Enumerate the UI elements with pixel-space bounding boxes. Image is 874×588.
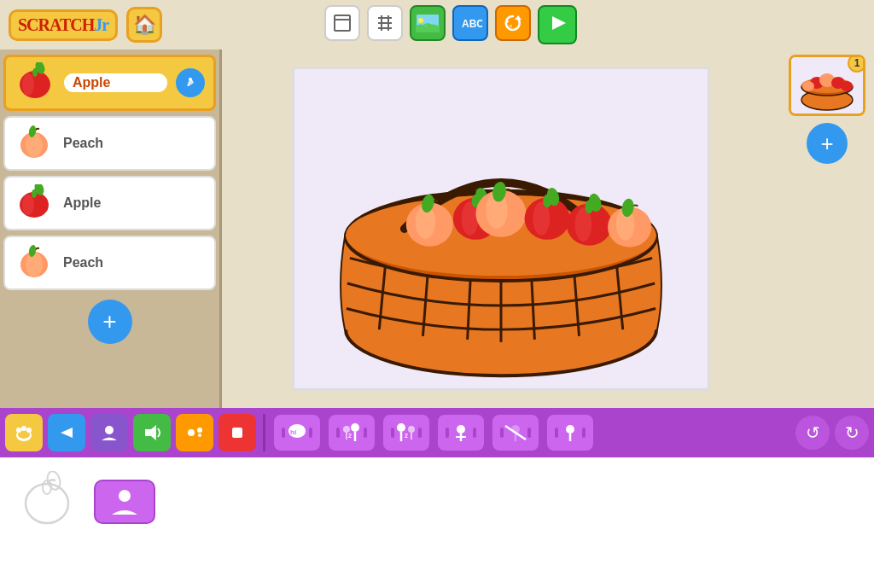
svg-point-24 (189, 78, 192, 81)
sprite-item-apple-active[interactable]: Apple (3, 55, 216, 111)
svg-text:×: × (509, 22, 513, 30)
svg-rect-96 (282, 428, 285, 438)
sprite-name-apple-2: Apple (63, 195, 206, 211)
svg-rect-97 (309, 428, 312, 438)
add-sprite-button[interactable]: + (88, 300, 132, 344)
frame-tool-button[interactable] (324, 5, 360, 41)
svg-rect-118 (473, 428, 476, 438)
add-scene-button[interactable]: + (807, 123, 848, 164)
category-motion-button[interactable] (48, 414, 85, 451)
svg-point-103 (343, 426, 350, 433)
svg-point-105 (351, 423, 359, 432)
block-grow-button[interactable]: 2 (327, 413, 376, 452)
sprite-item-peach-1[interactable]: Peach (3, 116, 216, 171)
canvas-frame[interactable] (292, 67, 710, 391)
svg-point-81 (21, 426, 26, 431)
svg-point-76 (841, 81, 853, 91)
script-sprite-preview (17, 471, 77, 534)
svg-rect-138 (143, 492, 149, 508)
top-bar: SCRATCHJr 🏠 (0, 0, 874, 49)
svg-point-82 (26, 428, 32, 433)
sprite-name-apple-active: Apple (64, 73, 167, 92)
svg-point-139 (119, 490, 131, 502)
block-reset-size-button[interactable] (436, 413, 486, 452)
svg-rect-102 (364, 428, 367, 438)
svg-point-91 (197, 428, 202, 433)
svg-point-26 (26, 133, 43, 157)
redo-button[interactable]: ↻ (835, 416, 869, 450)
sprite-item-apple-2[interactable]: Apple (3, 176, 216, 230)
scene-thumbnail[interactable]: 1 (789, 55, 865, 116)
undo-redo-group: ↺ ↻ (795, 416, 869, 450)
svg-point-113 (408, 426, 415, 433)
sprite-panel: Apple Peach (0, 49, 222, 408)
svg-point-29 (22, 195, 34, 215)
svg-point-119 (457, 425, 465, 434)
app-logo: SCRATCHJr (9, 9, 118, 41)
script-area (0, 457, 874, 588)
svg-rect-110 (418, 428, 422, 438)
svg-text:2: 2 (405, 433, 408, 439)
category-divider (263, 414, 265, 451)
sprite-icon-peach-2 (14, 242, 55, 283)
svg-text:ABC: ABC (462, 18, 482, 30)
text-button[interactable]: ABC (452, 5, 488, 41)
block-bar: hi 2 2 (0, 408, 874, 457)
svg-point-86 (105, 426, 114, 434)
svg-point-80 (16, 428, 21, 433)
svg-rect-137 (100, 492, 107, 508)
svg-point-111 (397, 423, 405, 432)
svg-rect-123 (500, 428, 504, 438)
svg-rect-124 (527, 428, 531, 438)
block-hide-button[interactable] (491, 413, 540, 452)
svg-rect-94 (232, 428, 242, 438)
sprite-icon-peach-1 (14, 123, 55, 164)
svg-point-75 (802, 81, 814, 91)
undo-button[interactable]: ↺ (795, 416, 830, 450)
svg-point-90 (188, 429, 195, 436)
canvas-area (222, 49, 780, 408)
svg-point-131 (566, 425, 574, 434)
category-sound-button[interactable] (133, 414, 171, 451)
svg-text:2: 2 (348, 433, 352, 439)
sprite-name-peach-2: Peach (63, 255, 206, 271)
main-area: Apple Peach (0, 49, 874, 408)
category-looks-button[interactable] (90, 414, 128, 451)
svg-point-20 (22, 73, 34, 96)
svg-point-64 (585, 201, 593, 214)
scene-badge: 1 (848, 55, 865, 73)
script-block[interactable] (94, 480, 155, 524)
top-icons-group: ABC × ● (324, 5, 577, 44)
scene-button[interactable] (410, 5, 446, 41)
svg-rect-0 (335, 15, 350, 31)
svg-point-33 (26, 253, 43, 277)
svg-point-60 (543, 195, 551, 208)
svg-rect-109 (391, 428, 394, 438)
svg-point-92 (198, 434, 201, 437)
svg-point-10 (418, 18, 423, 23)
reset-button[interactable]: × ● (495, 5, 531, 41)
sprite-edit-button[interactable] (176, 68, 205, 97)
svg-rect-117 (446, 428, 449, 438)
category-trigger-button[interactable] (5, 414, 43, 451)
basket-scene (294, 69, 708, 388)
block-show-button[interactable] (545, 413, 595, 452)
svg-text:hi: hi (290, 428, 296, 436)
grid-tool-button[interactable] (367, 5, 403, 41)
sprite-item-peach-2[interactable]: Peach (3, 236, 216, 290)
home-button[interactable]: 🏠 (126, 7, 162, 43)
category-control-button[interactable] (176, 414, 213, 451)
sprite-icon-apple (15, 62, 55, 103)
block-shrink-button[interactable]: 2 (382, 413, 431, 452)
svg-rect-130 (582, 428, 586, 438)
category-end-button[interactable] (218, 414, 256, 451)
block-say-button[interactable]: hi (272, 413, 322, 452)
sprite-icon-apple-2 (14, 183, 55, 224)
logo-scratch: SCRATCH (18, 15, 94, 34)
svg-point-22 (32, 68, 38, 77)
sprite-name-peach-1: Peach (63, 136, 206, 151)
svg-rect-129 (555, 428, 558, 438)
flag-button[interactable] (538, 5, 577, 44)
svg-rect-101 (336, 428, 340, 438)
logo-jr: Jr (94, 15, 108, 34)
